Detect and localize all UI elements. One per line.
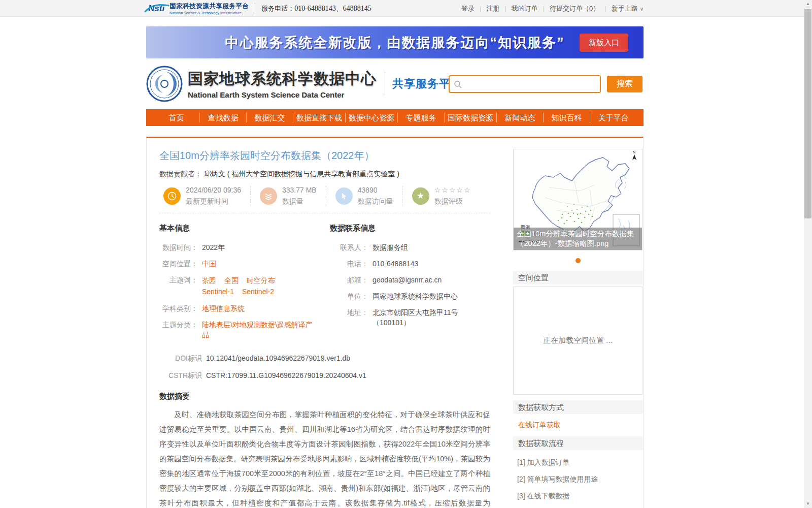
keyword-link[interactable]: 时空分布	[247, 275, 275, 286]
thumbnail-caption: 全国10m分辨率茶园时空分布数据集（2022年）-数据缩略图.png	[514, 228, 642, 250]
discipline-link[interactable]: 地理信息系统	[202, 303, 245, 313]
main-nav: 首页 查找数据 数据汇交 数据直接下载 数据中心资源 专题服务 国际数据资源 新…	[146, 109, 644, 126]
thumbnail-carousel[interactable]: N 图例 茶园 全国10m分辨率茶园时空分布数据集（2022年）-数据缩略图.p…	[513, 149, 642, 250]
site-title: 国家地球系统科学数据中心	[188, 69, 377, 89]
nav-direct-download[interactable]: 数据直接下载	[293, 113, 346, 122]
register-link[interactable]: 注册	[486, 4, 499, 13]
site-subtitle: National Earth System Science Data Cente…	[188, 90, 377, 99]
dataset-stats: 2024/06/20 09:36最新更新时间 333.77 MB数据量 4389…	[159, 186, 490, 213]
cstr-value: CSTR:17099.11.G109469622679019.20240604.…	[206, 370, 366, 380]
doi-row: DOI标识 10.12041/geodata.109469622679019.v…	[159, 353, 502, 363]
cursor-icon	[335, 187, 353, 205]
layers-icon	[260, 187, 277, 205]
doi-value: 10.12041/geodata.109469622679019.ver1.db	[206, 353, 350, 363]
center-logo-icon	[146, 66, 183, 102]
basic-info-section: 基本信息 数据时间： 2022年 空间位置： 中国 主题词： 茶园	[159, 224, 330, 346]
nav-special-services[interactable]: 专题服务	[398, 113, 445, 122]
nav-find-data[interactable]: 查找数据	[200, 113, 247, 122]
field-contact-org: 单位： 国家地球系统科学数据中心	[330, 291, 490, 301]
keyword-link[interactable]: Sentinel-2	[242, 286, 274, 297]
dataset-title: 全国10m分辨率茶园时空分布数据集（2022年）	[159, 148, 502, 163]
contributor-row: 数据贡献者： 邱炳文 ( 福州大学空间数据挖掘与信息共享教育部重点实验室 )	[159, 170, 502, 179]
clock-icon	[163, 187, 181, 205]
process-step-1: [1] 加入数据订单	[517, 458, 643, 467]
stat-rating: ★ ☆☆☆☆☆数据评级	[402, 186, 481, 206]
scroll-down-arrow-icon[interactable]: ▼	[804, 500, 812, 508]
spatial-location-heading: 空间位置	[513, 271, 643, 284]
new-version-button[interactable]: 新版入口	[580, 34, 628, 52]
nav-news[interactable]: 新闻动态	[497, 113, 544, 122]
contributor-value: 邱炳文 ( 福州大学空间数据挖掘与信息共享教育部重点实验室 )	[204, 170, 399, 178]
nsti-swoosh-icon	[143, 2, 171, 16]
nav-home[interactable]: 首页	[153, 113, 200, 122]
search-button[interactable]: 搜索	[607, 76, 642, 92]
top-utility-bar: Nsti 国家科技资源共享服务平台 National Science & Tec…	[0, 0, 804, 17]
nav-about[interactable]: 关于平台	[590, 113, 636, 122]
newbie-guide-link[interactable]: 新手上路∨	[612, 4, 644, 13]
nav-international-data[interactable]: 国际数据资源	[445, 113, 497, 122]
promo-banner[interactable]: 中心服务系统全新改版，由数据服务迈向“知识服务” 新版入口	[146, 26, 644, 58]
scrollbar[interactable]: ▲ ▼	[804, 0, 812, 508]
keyword-link[interactable]: 茶园	[202, 275, 216, 286]
basic-info-heading: 基本信息	[159, 224, 330, 233]
keyword-link[interactable]: Sentinel-1	[202, 286, 234, 297]
access-process-heading: 数据获取流程	[513, 436, 643, 450]
page: Nsti 国家科技资源共享服务平台 National Science & Tec…	[0, 0, 812, 508]
dataset-detail: 全国10m分辨率茶园时空分布数据集（2022年） 数据贡献者： 邱炳文 ( 福州…	[147, 138, 502, 508]
topic-category-link[interactable]: 陆地表层\对地观测数据\遥感解译产品	[202, 320, 319, 340]
loading-text: 正在加载空间位置 ...	[543, 336, 613, 345]
nsti-title: 国家科技资源共享服务平台	[170, 2, 249, 11]
abstract-heading: 数据摘要	[159, 392, 502, 401]
location-link[interactable]: 中国	[202, 259, 216, 269]
field-contact-email: 邮箱： geodata@igsnrr.ac.cn	[330, 275, 490, 285]
search-input[interactable]	[462, 76, 600, 92]
stat-size: 333.77 MB数据量	[250, 186, 326, 206]
data-access-heading: 数据获取方式	[513, 400, 643, 414]
stat-visits: 43890数据访问量	[326, 186, 402, 206]
field-keywords: 主题词： 茶园 全国 时空分布 Sentinel-1 Sentinel-2	[159, 275, 330, 297]
keyword-link[interactable]: 全国	[224, 275, 239, 286]
nav-data-submission[interactable]: 数据汇交	[247, 113, 293, 122]
divider	[385, 72, 385, 96]
scroll-up-arrow-icon[interactable]: ▲	[804, 0, 812, 8]
field-contact-address: 地址： 北京市朝阳区大屯路甲11号（100101）	[330, 307, 490, 328]
rating-stars[interactable]: ☆☆☆☆☆	[434, 185, 471, 195]
nsti-logo-mark: Nsti	[146, 4, 166, 14]
scrollbar-thumb[interactable]	[804, 9, 811, 218]
search-box	[449, 75, 601, 93]
my-orders-link[interactable]: 我的订单	[512, 4, 538, 13]
nsti-logo[interactable]: Nsti 国家科技资源共享服务平台 National Science & Tec…	[146, 2, 249, 15]
abstract-text: 及时、准确地获取茶园空间分布图，掌握茶叶种植面积的变化特征，对于确保全球茶叶供应…	[159, 407, 490, 508]
site-header: 国家地球系统科学数据中心 National Earth System Scien…	[146, 58, 644, 109]
pending-orders-link[interactable]: 待提交订单（0）	[550, 4, 599, 13]
field-topic-category: 主题分类： 陆地表层\对地观测数据\遥感解译产品	[159, 320, 330, 340]
contact-info-heading: 数据联系信息	[330, 224, 490, 233]
stat-updated: 2024/06/20 09:36最新更新时间	[159, 186, 250, 206]
star-icon: ★	[412, 187, 429, 205]
field-spatial-location: 空间位置： 中国	[159, 259, 330, 269]
cstr-row: CSTR标识 CSTR:17099.11.G109469622679019.20…	[159, 370, 502, 380]
service-phone: 服务电话：010-64888143、64888145	[261, 4, 371, 13]
chevron-down-icon: ∨	[640, 6, 644, 12]
north-arrow-label: N	[633, 150, 635, 154]
user-links: 登录| 注册| 我的订单| 待提交订单（0）| 新手上路∨	[461, 4, 644, 13]
nsti-subtitle: National Science & Technology Infrastruc…	[170, 11, 245, 15]
divider	[255, 3, 255, 14]
process-step-3: [3] 在线下载数据	[517, 491, 643, 500]
process-step-2: [2] 简单填写数据使用用途	[517, 474, 643, 484]
contact-info-section: 数据联系信息 联系人： 数据服务组 电话： 010-64888143 邮箱： g…	[330, 224, 490, 346]
login-link[interactable]: 登录	[461, 4, 475, 13]
nav-knowledge[interactable]: 知识百科	[544, 113, 590, 122]
field-data-time: 数据时间： 2022年	[159, 242, 330, 252]
content-area: 全国10m分辨率茶园时空分布数据集（2022年） 数据贡献者： 邱炳文 ( 福州…	[146, 137, 644, 508]
carousel-dot[interactable]	[576, 258, 581, 263]
nav-center-resources[interactable]: 数据中心资源	[346, 113, 398, 122]
field-contact-person: 联系人： 数据服务组	[330, 242, 490, 252]
field-contact-phone: 电话： 010-64888143	[330, 259, 490, 269]
online-order-link[interactable]: 在线订单获取	[518, 421, 561, 430]
carousel-dots	[513, 256, 643, 265]
field-discipline: 学科类别： 地理信息系统	[159, 303, 330, 313]
spatial-location-panel: 正在加载空间位置 ...	[513, 287, 642, 395]
banner-text: 中心服务系统全新改版，由数据服务迈向“知识服务”	[146, 34, 644, 52]
search-icon	[454, 80, 462, 88]
